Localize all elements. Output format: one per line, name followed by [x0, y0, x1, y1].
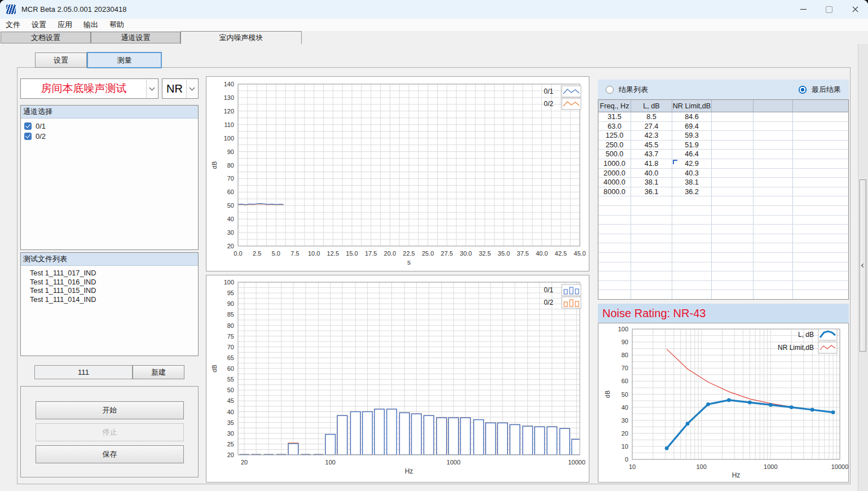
- menu-help[interactable]: 帮助: [104, 19, 130, 31]
- window-title: MCR Beta 2.05.0.001 20230418: [21, 5, 126, 14]
- test-type-select[interactable]: 房间本底噪声测试: [20, 78, 158, 99]
- svg-text:100: 100: [618, 326, 628, 332]
- table-empty-row[interactable]: [598, 253, 848, 262]
- table-row[interactable]: 125.042.359.3: [598, 131, 848, 141]
- chevron-down-icon[interactable]: [186, 80, 197, 98]
- channel-item-0-1[interactable]: 0/1: [24, 121, 198, 131]
- svg-text:0/2: 0/2: [544, 100, 553, 108]
- close-button[interactable]: [842, 0, 868, 19]
- svg-text:1000: 1000: [447, 459, 460, 466]
- save-button[interactable]: 保存: [36, 445, 184, 463]
- test-file-list-panel: 测试文件列表 Test 1_111_017_IND Test 1_111_016…: [20, 252, 199, 356]
- table-empty-row[interactable]: [598, 262, 848, 272]
- table-empty-row[interactable]: [598, 225, 848, 234]
- table-empty-row[interactable]: [598, 271, 848, 281]
- app-window: MCR Beta 2.05.0.001 20230418 文件 设置 应用 输出…: [0, 0, 868, 491]
- svg-text:30: 30: [227, 229, 234, 236]
- svg-text:130: 130: [224, 94, 234, 101]
- channel-label: 0/2: [36, 132, 46, 141]
- svg-text:40.0: 40.0: [536, 250, 548, 257]
- window-controls: [790, 0, 868, 19]
- tab-document-settings[interactable]: 文档设置: [1, 32, 91, 43]
- time-history-chart: 20304050607080901001101201301400.02.55.0…: [206, 76, 589, 271]
- svg-text:0/1: 0/1: [544, 286, 553, 294]
- svg-text:30: 30: [227, 430, 234, 437]
- rating-type-select[interactable]: NR: [162, 78, 199, 99]
- subtab-settings[interactable]: 设置: [35, 52, 87, 68]
- file-list-item[interactable]: Test 1_111_017_IND: [24, 269, 198, 278]
- channel-item-0-2[interactable]: 0/2: [24, 131, 198, 141]
- menu-file[interactable]: 文件: [0, 19, 26, 31]
- svg-text:0: 0: [625, 456, 628, 463]
- table-empty-row[interactable]: [598, 196, 848, 206]
- table-row[interactable]: 500.043.746.4: [598, 150, 848, 159]
- svg-text:0/1: 0/1: [544, 87, 553, 95]
- svg-text:dB: dB: [604, 391, 611, 398]
- main-tabs: 文档设置 通道设置 室内噪声模块: [0, 31, 868, 44]
- tab-indoor-noise-module[interactable]: 室内噪声模块: [180, 31, 302, 44]
- collapse-panel-button[interactable]: [860, 179, 866, 352]
- checkbox-checked-icon[interactable]: [24, 133, 32, 140]
- svg-text:10000: 10000: [831, 463, 848, 470]
- svg-text:25: 25: [227, 441, 234, 448]
- svg-text:22.5: 22.5: [403, 250, 415, 257]
- table-empty-row[interactable]: [598, 234, 848, 244]
- svg-text:70: 70: [622, 365, 628, 371]
- table-row[interactable]: 8000.036.136.2: [598, 187, 848, 197]
- table-empty-row[interactable]: [598, 281, 848, 291]
- table-empty-row[interactable]: [598, 216, 848, 225]
- table-empty-row[interactable]: [598, 206, 848, 216]
- svg-text:0/2: 0/2: [544, 299, 553, 306]
- result-mode-bar: 结果列表 最后结果: [598, 80, 849, 99]
- svg-text:15.0: 15.0: [346, 250, 358, 257]
- new-button[interactable]: 新建: [133, 365, 184, 379]
- table-empty-row[interactable]: [598, 243, 848, 253]
- svg-text:32.5: 32.5: [479, 250, 491, 257]
- svg-text:60: 60: [227, 188, 234, 195]
- svg-text:75: 75: [227, 333, 234, 340]
- svg-text:Hz: Hz: [405, 467, 413, 475]
- minimize-button[interactable]: [790, 0, 816, 19]
- svg-text:70: 70: [227, 175, 234, 182]
- spectrum-bar-chart: 2025303540455055606570758085909510020100…: [206, 275, 589, 483]
- menu-settings[interactable]: 设置: [26, 19, 52, 31]
- svg-text:110: 110: [224, 121, 234, 128]
- tab-channel-settings[interactable]: 通道设置: [91, 32, 180, 43]
- radio-checked-icon[interactable]: [799, 86, 807, 94]
- title-bar: MCR Beta 2.05.0.001 20230418: [0, 0, 868, 19]
- table-row[interactable]: 63.027.469.4: [598, 122, 848, 131]
- svg-text:L, dB: L, dB: [798, 331, 814, 339]
- table-empty-row[interactable]: [598, 290, 848, 300]
- table-row[interactable]: 31.58.584.6: [598, 112, 848, 122]
- radio-last-result[interactable]: 最后结果: [799, 85, 841, 95]
- results-table: Freq., HzL, dBNR Limit,dB31.58.584.663.0…: [598, 99, 849, 300]
- svg-text:dB: dB: [211, 161, 218, 169]
- svg-text:5.0: 5.0: [272, 250, 280, 257]
- chevron-down-icon[interactable]: [146, 80, 157, 98]
- svg-text:80: 80: [227, 162, 234, 169]
- action-group: 开始 停止 保存: [20, 386, 199, 477]
- file-name-input[interactable]: 111: [34, 365, 133, 379]
- svg-text:120: 120: [224, 108, 234, 115]
- menu-apply[interactable]: 应用: [52, 19, 78, 31]
- radio-unchecked-icon[interactable]: [606, 86, 614, 94]
- channel-section-title: 通道选择: [21, 106, 198, 119]
- file-section-title: 测试文件列表: [21, 253, 198, 266]
- maximize-button[interactable]: [816, 0, 842, 19]
- file-list-item[interactable]: Test 1_111_015_IND: [24, 287, 198, 296]
- subtab-measure[interactable]: 测量: [87, 52, 162, 68]
- svg-text:40: 40: [227, 409, 234, 415]
- table-header-row: Freq., HzL, dBNR Limit,dB: [598, 100, 848, 112]
- file-list-item[interactable]: Test 1_111_016_IND: [24, 278, 198, 287]
- table-row[interactable]: 2000.040.040.3: [598, 169, 848, 178]
- radio-result-list[interactable]: 结果列表: [606, 85, 648, 95]
- file-list-item[interactable]: Test 1_111_014_IND: [24, 296, 198, 305]
- svg-text:10: 10: [622, 443, 628, 450]
- table-row[interactable]: 1000.041.842.9: [598, 159, 848, 169]
- menu-output[interactable]: 输出: [78, 19, 104, 31]
- table-row[interactable]: 250.045.551.9: [598, 141, 848, 150]
- table-row[interactable]: 4000.038.138.1: [598, 178, 848, 187]
- svg-text:85: 85: [227, 311, 234, 318]
- start-button[interactable]: 开始: [36, 401, 184, 419]
- checkbox-checked-icon[interactable]: [24, 122, 32, 130]
